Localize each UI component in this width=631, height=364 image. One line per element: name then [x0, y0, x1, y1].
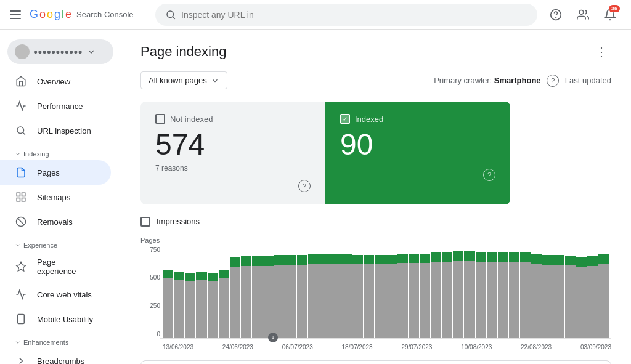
home-icon: [15, 75, 27, 87]
bar-group: [420, 246, 430, 338]
chart-y-label: Pages: [140, 237, 611, 244]
bar-group: [487, 246, 497, 338]
bar-indexed: [252, 256, 263, 266]
sidebar-item-mobile-usability[interactable]: Mobile Usability: [0, 307, 111, 331]
search-icon: [165, 9, 176, 20]
bar-indexed: [174, 272, 184, 280]
sidebar-item-url-label: URL inspection: [37, 126, 91, 135]
sidebar-item-sitemaps[interactable]: Sitemaps: [0, 185, 111, 209]
svg-point-3: [556, 17, 556, 17]
bar-indexed: [453, 251, 463, 262]
sitemaps-icon: [15, 191, 27, 203]
sidebar-item-core-web-vitals[interactable]: Core web vitals: [0, 282, 111, 307]
chart-marker: 1: [268, 333, 278, 342]
sidebar-item-url-inspection[interactable]: URL inspection: [0, 118, 111, 143]
bar-indexed: [409, 254, 419, 263]
not-indexed-sub: 7 reasons: [155, 164, 311, 172]
bar-group: [196, 246, 206, 338]
bar-group: [241, 246, 251, 338]
main-content: Page indexing ⋮ All known pages Primary …: [121, 30, 631, 364]
x-axis: 13/06/2023 24/06/2023 06/07/2023 18/07/2…: [140, 344, 611, 350]
not-indexed-help-icon[interactable]: ?: [298, 180, 311, 192]
bar-indexed: [442, 252, 452, 262]
bar-not-indexed: [263, 266, 274, 338]
sidebar-item-performance[interactable]: Performance: [0, 94, 111, 118]
bar-indexed: [219, 270, 229, 278]
bar-indexed: [319, 254, 330, 264]
bar-not-indexed: [576, 267, 587, 338]
bar-not-indexed: [219, 278, 229, 338]
notification-button[interactable]: 36: [599, 4, 621, 26]
bar-indexed: [241, 256, 251, 266]
bar-not-indexed: [230, 267, 240, 338]
bar-indexed: [565, 256, 576, 265]
bar-group: [230, 246, 240, 338]
indexed-count: 90: [340, 129, 495, 161]
bar-indexed: [598, 254, 609, 264]
bar-not-indexed: [330, 264, 341, 338]
bar-indexed: [163, 270, 173, 278]
help-button[interactable]: [545, 4, 567, 26]
bar-not-indexed: [509, 262, 519, 338]
indexed-help-icon[interactable]: ?: [483, 169, 495, 181]
chart-container: Pages 750 500 250 0 1 13/06/2023 24/06/2…: [140, 237, 611, 350]
url-inspect-input[interactable]: [181, 10, 527, 20]
sidebar-item-removals-label: Removals: [37, 217, 73, 227]
topbar-actions: 36: [545, 4, 621, 26]
page-filter-button[interactable]: All known pages: [140, 71, 227, 89]
view-indexed-data-button[interactable]: ✓ View data about indexed pages ›: [140, 360, 611, 364]
bar-indexed: [542, 255, 553, 265]
bar-group: [598, 246, 609, 338]
bar-not-indexed: [185, 281, 195, 338]
bar-not-indexed: [341, 264, 352, 338]
bar-not-indexed: [498, 262, 508, 338]
bar-group: [208, 246, 218, 338]
bar-group: [498, 246, 508, 338]
bar-not-indexed: [431, 262, 441, 338]
bar-indexed: [208, 273, 218, 281]
bar-indexed: [587, 256, 598, 266]
not-indexed-header: Not indexed: [155, 114, 311, 124]
svg-rect-14: [18, 315, 25, 324]
bar-indexed: [330, 254, 341, 264]
impressions-checkbox[interactable]: [140, 217, 150, 227]
sidebar-item-overview[interactable]: Overview: [0, 69, 111, 94]
pages-icon: [15, 166, 27, 179]
indexed-checkbox: ✓: [340, 114, 350, 124]
bar-not-indexed: [352, 264, 363, 338]
chart-area: 1: [160, 246, 611, 339]
sidebar-item-page-experience[interactable]: Page experience: [0, 251, 111, 282]
svg-point-5: [17, 127, 24, 134]
bar-group: [587, 246, 598, 338]
enhancements-section-label: Enhancements: [0, 331, 121, 349]
admin-icon: [577, 9, 589, 21]
more-options-button[interactable]: ⋮: [592, 42, 611, 62]
crawler-help-icon[interactable]: ?: [547, 75, 559, 87]
bar-group: [185, 246, 195, 338]
property-selector[interactable]: ●●●●●●●●●●●: [7, 39, 113, 64]
impressions-row: Impressions: [140, 217, 611, 227]
page-header: Page indexing ⋮: [140, 42, 611, 62]
bar-not-indexed: [542, 265, 553, 338]
sidebar-item-breadcrumbs[interactable]: Breadcrumbs: [0, 349, 111, 364]
sidebar-item-pages[interactable]: Pages: [0, 160, 111, 185]
bar-indexed: [498, 252, 508, 262]
bar-indexed: [464, 251, 474, 262]
bar-not-indexed: [241, 266, 251, 338]
admin-button[interactable]: [572, 4, 594, 26]
notification-badge: 36: [609, 5, 620, 12]
sidebar-item-performance-label: Performance: [37, 102, 83, 111]
search-bar[interactable]: [155, 4, 537, 26]
sidebar-item-removals[interactable]: Removals: [0, 209, 111, 234]
bar-group: [364, 246, 374, 338]
bar-group: [285, 246, 296, 338]
page-experience-icon: [15, 261, 27, 273]
sidebar: ●●●●●●●●●●● Overview Performance URL ins…: [0, 30, 121, 364]
sidebar-item-pages-label: Pages: [37, 168, 60, 177]
bar-indexed: [476, 252, 486, 262]
bar-not-indexed: [587, 266, 598, 338]
app-name: Search Console: [76, 10, 134, 19]
menu-icon[interactable]: [10, 7, 25, 22]
not-indexed-count: 574: [155, 129, 311, 161]
svg-point-0: [167, 11, 174, 18]
